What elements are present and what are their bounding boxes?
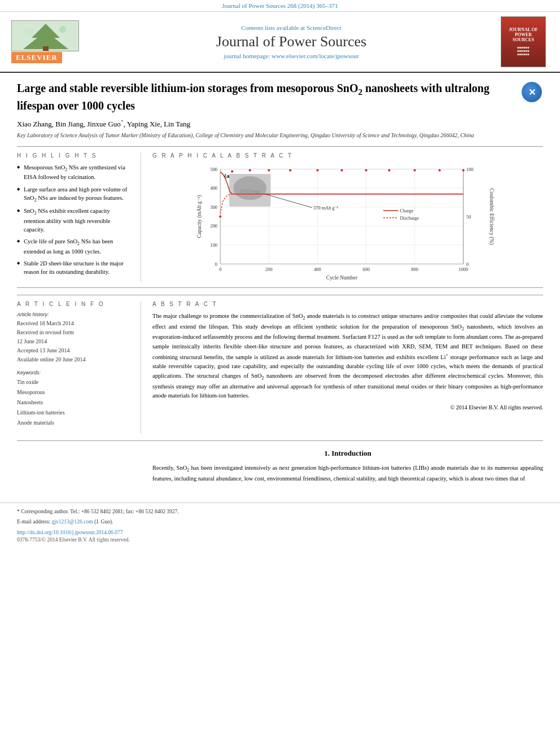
svg-point-43 — [231, 170, 233, 172]
corresponding-author-note: * Corresponding author. Tel.: +86 532 84… — [17, 508, 543, 516]
journal-header: ELSEVIER Contents lists available at Sci… — [0, 12, 560, 73]
highlight-item-2: Large surface area and high pore volume … — [17, 185, 132, 204]
svg-text:600: 600 — [362, 267, 370, 272]
article-info-label: A R T I C L E I N F O — [17, 301, 132, 307]
highlights-graphical-section: H I G H L I G H T S Mesoporous SnO2 NSs … — [17, 146, 543, 288]
graphical-abstract-column: G R A P H I C A L A B S T R A C T — [152, 152, 543, 282]
svg-rect-2 — [43, 46, 49, 51]
keywords-label: Keywords: — [17, 370, 132, 375]
email-address[interactable]: gjx1213@126.com — [52, 519, 93, 525]
graph-container: 0 100 200 300 400 500 Capacity (mAh g⁻¹)… — [152, 163, 543, 282]
introduction-heading: 1. Introduction — [152, 449, 543, 458]
email-label: E-mail address: — [17, 519, 50, 525]
issn-copyright: 0378-7753/© 2014 Elsevier B.V. All right… — [17, 537, 543, 543]
intro-left-empty — [17, 449, 141, 483]
article-title-row: Large and stable reversible lithium-ion … — [17, 81, 543, 113]
highlight-item-4: Cycle life of pure SnO2 NSs has been ext… — [17, 237, 132, 256]
svg-text:200: 200 — [210, 224, 217, 229]
available-date: Available online 20 June 2014 — [17, 355, 132, 364]
svg-text:100: 100 — [210, 243, 217, 248]
svg-text:400: 400 — [210, 186, 217, 191]
keyword-2: Mesoporous — [17, 387, 132, 397]
elsevier-tree-image — [11, 20, 79, 51]
keyword-4: Lithium-ion batteries — [17, 408, 132, 418]
highlights-label: H I G H L I G H T S — [17, 152, 132, 159]
svg-text:Coulombic Efficiency (%): Coulombic Efficiency (%) — [488, 188, 495, 244]
svg-text:Cycle Number: Cycle Number — [326, 275, 358, 281]
elsevier-brand-text: ELSEVIER — [11, 52, 62, 63]
svg-point-53 — [462, 169, 465, 171]
journal-info-center: Contents lists available at ScienceDirec… — [85, 24, 498, 59]
keywords-list: Tin oxide Mesoporous Nanosheets Lithium-… — [17, 377, 132, 428]
keyword-5: Anode materials — [17, 418, 132, 428]
svg-text:50: 50 — [466, 214, 471, 219]
svg-point-45 — [268, 169, 270, 171]
svg-text:0: 0 — [466, 261, 469, 267]
svg-text:0: 0 — [215, 261, 217, 267]
keywords-section: Keywords: Tin oxide Mesoporous Nanosheet… — [17, 370, 132, 428]
svg-text:200: 200 — [265, 267, 273, 272]
keyword-3: Nanosheets — [17, 397, 132, 408]
highlight-item-3: SnO2 NSs exhibit excellent capacity rete… — [17, 207, 132, 234]
svg-point-47 — [316, 169, 318, 171]
highlights-column: H I G H L I G H T S Mesoporous SnO2 NSs … — [17, 152, 141, 282]
authors-line: Xiao Zhang, Bin Jiang, Jinxue Guo*, Yapi… — [17, 119, 543, 129]
doi-link: http://dx.doi.org/10.1016/j.jpowsour.201… — [17, 530, 543, 535]
svg-point-48 — [340, 169, 343, 171]
article-title: Large and stable reversible lithium-ion … — [17, 81, 515, 113]
footer: * Corresponding author. Tel.: +86 532 84… — [0, 503, 560, 547]
svg-text:500: 500 — [210, 167, 217, 172]
journal-cover-right: JOURNAL OFPOWERSOURCES ■■■■■■■■■■■■■■■■■… — [498, 16, 549, 67]
crossmark-icon[interactable]: ✕ — [520, 81, 543, 103]
homepage-url[interactable]: www.elsevier.com/locate/jpowsour — [272, 53, 358, 59]
svg-text:400: 400 — [314, 267, 321, 272]
history-label: Article history: — [17, 312, 132, 317]
svg-point-46 — [289, 169, 291, 171]
elsevier-logo-left: ELSEVIER — [11, 20, 85, 63]
abstract-text: The major challenge to promote the comme… — [152, 312, 543, 412]
svg-text:370 mAh g⁻¹: 370 mAh g⁻¹ — [313, 206, 339, 211]
journal-title: Journal of Power Sources — [85, 33, 498, 50]
journal-homepage: journal homepage: www.elsevier.com/locat… — [85, 53, 498, 59]
copyright-text: © 2014 Elsevier B.V. All rights reserved… — [152, 403, 543, 412]
svg-text:1000: 1000 — [458, 267, 468, 272]
svg-text:Discharge: Discharge — [400, 216, 419, 221]
science-direct-label: Contents lists available at ScienceDirec… — [85, 24, 498, 31]
svg-text:0: 0 — [219, 267, 221, 272]
svg-point-3 — [24, 28, 33, 37]
introduction-content: 1. Introduction Recently, SnO2 has been … — [152, 449, 543, 483]
crossmark-badge: ✕ — [522, 82, 542, 102]
science-direct-link-text[interactable]: ScienceDirect — [307, 24, 342, 31]
doi-url[interactable]: http://dx.doi.org/10.1016/j.jpowsour.201… — [17, 530, 123, 535]
keyword-1: Tin oxide — [17, 377, 132, 387]
svg-point-41 — [239, 181, 261, 195]
introduction-section: 1. Introduction Recently, SnO2 has been … — [17, 440, 543, 483]
cycle-graph-svg: 0 100 200 300 400 500 Capacity (mAh g⁻¹)… — [152, 163, 543, 282]
revised-date: 12 June 2014 — [17, 337, 132, 346]
graphical-abstract-label: G R A P H I C A L A B S T R A C T — [152, 152, 543, 159]
svg-point-44 — [249, 169, 251, 171]
accepted-date: Accepted 13 June 2014 — [17, 346, 132, 355]
abstract-column: A B S T R A C T The major challenge to p… — [152, 301, 543, 434]
svg-point-52 — [439, 169, 441, 171]
highlight-item-1: Mesoporous SnO2 NSs are synthesized via … — [17, 163, 132, 182]
received-date: Received 18 March 2014 — [17, 319, 132, 328]
introduction-text: Recently, SnO2 has been investigated int… — [152, 464, 543, 483]
highlight-item-5: Stable 2D sheet-like structure is the ma… — [17, 259, 132, 276]
abstract-label: A B S T R A C T — [152, 301, 543, 307]
svg-point-49 — [365, 169, 367, 171]
article-history: Article history: Received 18 March 2014 … — [17, 312, 132, 364]
svg-text:800: 800 — [411, 267, 418, 272]
article-info-abstract-section: A R T I C L E I N F O Article history: R… — [17, 295, 543, 434]
svg-text:Capacity (mAh g⁻¹): Capacity (mAh g⁻¹) — [196, 195, 203, 238]
email-suffix: (J. Guo). — [94, 519, 113, 525]
main-content: Large and stable reversible lithium-ion … — [0, 73, 560, 491]
article-info-column: A R T I C L E I N F O Article history: R… — [17, 301, 141, 434]
affiliation-text: Key Laboratory of Science Analysis of Tu… — [17, 132, 543, 139]
citation-bar: Journal of Power Sources 268 (2014) 365–… — [0, 0, 560, 12]
svg-point-42 — [219, 215, 221, 217]
svg-text:300: 300 — [210, 205, 217, 210]
svg-point-4 — [59, 26, 66, 33]
svg-point-50 — [388, 169, 390, 171]
svg-text:100: 100 — [466, 167, 474, 172]
